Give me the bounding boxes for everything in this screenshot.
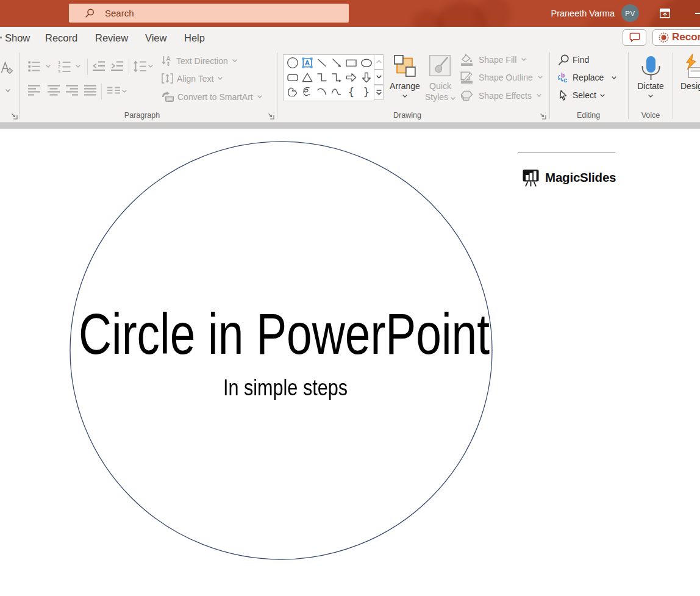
search-icon: [85, 9, 95, 18]
slide-canvas[interactable]: Circle in PowerPoint In simple steps Mag…: [0, 129, 700, 596]
svg-text:}: }: [363, 86, 370, 98]
record-button[interactable]: Record: [652, 29, 700, 46]
quick-styles-chevron: [451, 97, 455, 100]
increase-indent-icon[interactable]: [111, 61, 123, 72]
gallery-shape-scribble[interactable]: [300, 85, 315, 99]
shape-fill-button[interactable]: Shape Fill: [460, 54, 526, 65]
powerpoint-window: Search Praneeth Varma PV Show Record Rev…: [0, 0, 700, 596]
clear-formatting-icon[interactable]: [1, 61, 13, 74]
gallery-shape-right-brace[interactable]: }: [359, 85, 374, 99]
clipped-tab-fragment: [0, 37, 2, 38]
shape-fill-label: Shape Fill: [479, 55, 516, 65]
search-placeholder: Search: [105, 8, 134, 18]
gallery-shape-text-box[interactable]: A: [300, 56, 315, 70]
gallery-shape-curve[interactable]: [329, 85, 344, 99]
shape-fill-icon: [460, 54, 473, 66]
svg-text:3: 3: [58, 69, 60, 74]
font-dialog-launcher[interactable]: [10, 112, 18, 120]
gallery-shape-block-arrow-right[interactable]: [344, 70, 359, 85]
justify-icon[interactable]: [84, 85, 96, 96]
ribbon-display-options-icon[interactable]: [660, 9, 670, 18]
line-spacing-chevron[interactable]: [148, 65, 153, 68]
separator: [101, 84, 102, 99]
shape-outline-label: Shape Outline: [479, 73, 533, 82]
decrease-indent-icon[interactable]: [93, 61, 105, 72]
tab-review[interactable]: Review: [95, 27, 128, 49]
align-right-icon[interactable]: [66, 85, 78, 96]
slide-title[interactable]: Circle in PowerPoint: [60, 305, 508, 363]
font-more-chevron[interactable]: [5, 89, 10, 92]
align-text-button[interactable]: Align Text: [162, 73, 223, 84]
svg-text:A: A: [305, 59, 310, 66]
gallery-shape-arc[interactable]: [315, 85, 329, 99]
dictate-icon: [641, 56, 661, 83]
select-button[interactable]: Select: [559, 90, 605, 101]
group-divider: [277, 52, 277, 119]
gallery-shape-ellipse[interactable]: [359, 56, 374, 70]
gallery-shape-left-brace[interactable]: {: [344, 85, 359, 99]
replace-button[interactable]: b c Replace: [557, 72, 604, 83]
gallery-shape-line[interactable]: [315, 56, 329, 70]
shape-effects-button[interactable]: Shape Effects: [460, 90, 541, 101]
titlebar-decoration: [476, 0, 511, 27]
gallery-scroll-up[interactable]: [374, 54, 384, 70]
bullets-icon[interactable]: [28, 60, 40, 73]
svg-text:A: A: [166, 55, 171, 62]
titlebar: Search Praneeth Varma PV: [0, 0, 700, 27]
gallery-shape-rectangle[interactable]: [344, 56, 359, 70]
numbering-chevron[interactable]: [76, 65, 80, 68]
find-label: Find: [573, 55, 589, 65]
arrange-chevron[interactable]: [402, 95, 407, 98]
find-button[interactable]: Find: [558, 54, 589, 65]
quick-styles-icon: [429, 55, 451, 76]
gallery-shape-rounded-rectangle[interactable]: [285, 70, 300, 85]
gallery-shape-triangle[interactable]: [300, 70, 315, 85]
text-direction-chevron: [232, 59, 237, 62]
line-spacing-icon[interactable]: [134, 60, 146, 73]
tab-record[interactable]: Record: [45, 27, 77, 49]
text-direction-button[interactable]: A Text Direction: [162, 56, 237, 66]
gallery-shape-line-arrow[interactable]: [329, 56, 344, 70]
designer-label: Desig: [680, 81, 700, 91]
voice-group-label: Voice: [620, 111, 681, 120]
gallery-shape-elbow-arrow-connector[interactable]: [329, 70, 344, 85]
drawing-group-label: Drawing: [377, 111, 438, 120]
tab-help[interactable]: Help: [184, 27, 205, 49]
align-center-icon[interactable]: [48, 85, 60, 96]
columns-chevron[interactable]: [122, 90, 127, 93]
numbering-icon[interactable]: 123: [58, 60, 71, 73]
text-direction-label: Text Direction: [176, 56, 228, 66]
gallery-shape-freeform[interactable]: [285, 85, 300, 99]
slide-subtitle[interactable]: In simple steps: [43, 377, 528, 399]
replace-label: Replace: [573, 73, 604, 82]
select-chevron: [600, 94, 605, 97]
convert-smartart-button[interactable]: Convert to SmartArt: [162, 92, 262, 102]
gallery-shape-block-arrow-down[interactable]: [359, 70, 374, 85]
tab-view[interactable]: View: [145, 27, 166, 49]
tab-slide-show[interactable]: Show: [5, 27, 30, 49]
replace-chevron[interactable]: [612, 76, 616, 79]
shape-effects-chevron: [537, 94, 541, 97]
find-icon: [558, 54, 570, 66]
dictate-label: Dictate: [620, 81, 681, 91]
group-divider: [549, 52, 550, 119]
align-text-icon: [162, 73, 173, 84]
designer-icon: [681, 53, 700, 79]
paragraph-dialog-launcher[interactable]: [267, 112, 274, 120]
convert-smartart-chevron: [257, 95, 262, 98]
shape-outline-button[interactable]: Shape Outline: [460, 72, 543, 82]
user-name[interactable]: Praneeth Varma: [551, 0, 615, 27]
dictate-chevron[interactable]: [648, 95, 653, 98]
drawing-dialog-launcher[interactable]: [539, 112, 546, 120]
avatar[interactable]: PV: [621, 4, 639, 22]
gallery-shape-elbow-connector[interactable]: [315, 70, 329, 85]
arrange-icon: [394, 55, 416, 77]
minimize-icon[interactable]: [695, 13, 700, 14]
align-left-icon[interactable]: [28, 85, 40, 96]
gallery-shape-oval[interactable]: [285, 56, 300, 70]
comments-button[interactable]: [623, 29, 646, 46]
bullets-chevron[interactable]: [46, 65, 51, 68]
columns-icon[interactable]: [107, 87, 120, 94]
brand-logo: MagicSlides: [522, 169, 616, 187]
search-box[interactable]: Search: [69, 4, 349, 23]
